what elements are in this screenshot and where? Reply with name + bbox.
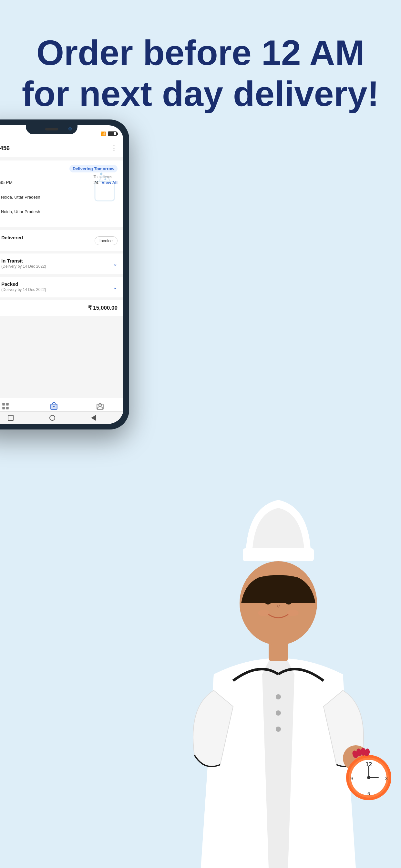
- order-detail-card: Delivering Tomorrow ✦ ✦ ✦: [0, 160, 123, 227]
- svg-rect-6: [2, 403, 5, 406]
- account-icon: [96, 402, 104, 410]
- to-address-label: ddress: [0, 204, 118, 209]
- total-bar: ₹ 15,000.00: [0, 300, 123, 316]
- android-nav-bar: [0, 411, 123, 424]
- phone-device: 📶 ID : 4456 ⋮ Delivering Tomorrow: [0, 120, 129, 430]
- android-back-btn[interactable]: [91, 415, 96, 421]
- android-square-btn[interactable]: [8, 415, 13, 421]
- svg-point-18: [276, 726, 281, 732]
- transit-label: In Transit: [1, 258, 46, 264]
- sparkle-decoration-2: ✦: [94, 167, 97, 172]
- svg-rect-7: [6, 403, 9, 406]
- packed-label: Packed: [1, 281, 46, 287]
- total-amount: ₹ 15,000.00: [88, 305, 118, 311]
- svg-rect-0: [95, 182, 114, 201]
- delivered-label: Delivered: [1, 235, 23, 240]
- packed-chevron-icon[interactable]: ⌄: [113, 283, 118, 290]
- svg-rect-9: [6, 407, 9, 409]
- svg-text:6: 6: [367, 791, 370, 796]
- invoice-button[interactable]: Invoice: [95, 237, 118, 245]
- orders-icon: [50, 402, 58, 410]
- svg-text:3: 3: [385, 776, 388, 781]
- svg-point-12: [53, 406, 55, 407]
- phone-screen: 📶 ID : 4456 ⋮ Delivering Tomorrow: [0, 125, 123, 424]
- order-date-group: n 22, 11:45 PM: [0, 175, 12, 185]
- status-in-transit: 🚚 In Transit (Delivery by 14 Dec 2022) ⌄: [0, 253, 123, 274]
- android-circle-btn[interactable]: [50, 415, 55, 421]
- svg-rect-21: [243, 548, 314, 561]
- categories-icon: [1, 402, 10, 410]
- date-label: n: [0, 175, 12, 179]
- status-section: ✓ Delivered Invoice: [0, 230, 123, 298]
- phone-frame: 📶 ID : 4456 ⋮ Delivering Tomorrow: [0, 120, 129, 430]
- chef-svg: 12 3 6 9: [123, 383, 401, 868]
- svg-point-27: [287, 610, 299, 616]
- transit-text-group: In Transit (Delivery by 14 Dec 2022): [1, 258, 46, 269]
- svg-point-1: [101, 181, 103, 182]
- sparkle-decoration-3: ✦: [103, 177, 107, 182]
- more-options-icon[interactable]: ⋮: [111, 144, 118, 152]
- delivered-text-group: Delivered: [1, 235, 23, 240]
- delivering-badge: Delivering Tomorrow: [69, 165, 118, 173]
- order-id: ID : 4456: [0, 145, 10, 152]
- hero-section: Order before 12 AM for next day delivery…: [0, 32, 401, 114]
- chef-image: 12 3 6 9: [123, 383, 401, 868]
- order-header: ID : 4456 ⋮: [0, 140, 123, 157]
- status-packed: Packed (Delivery by 14 Dec 2022) ⌄: [0, 277, 123, 298]
- svg-rect-8: [2, 407, 5, 409]
- svg-point-26: [258, 610, 270, 616]
- battery-icon: [108, 131, 117, 136]
- svg-point-17: [276, 710, 281, 716]
- app-content: ID : 4456 ⋮ Delivering Tomorrow: [0, 140, 123, 424]
- wifi-icon: 📶: [101, 131, 106, 136]
- transit-chevron-icon[interactable]: ⌄: [113, 260, 118, 268]
- svg-point-16: [276, 694, 281, 700]
- packed-text-group: Packed (Delivery by 14 Dec 2022): [1, 281, 46, 292]
- order-suffix: 4): [0, 217, 118, 222]
- status-delivered: ✓ Delivered Invoice: [0, 230, 123, 251]
- transit-sub: (Delivery by 14 Dec 2022): [1, 264, 46, 269]
- svg-text:9: 9: [350, 776, 353, 781]
- to-address: ddress ctor 19, Noida, Uttar Pradesh: [0, 204, 118, 214]
- packed-sub: (Delivery by 14 Dec 2022): [1, 287, 46, 292]
- svg-point-38: [367, 776, 370, 779]
- to-address-value: ctor 19, Noida, Uttar Pradesh: [0, 209, 118, 214]
- hero-title: Order before 12 AM for next day delivery…: [0, 32, 401, 114]
- phone-notch: [26, 125, 78, 134]
- date-value: 22, 11:45 PM: [0, 180, 12, 185]
